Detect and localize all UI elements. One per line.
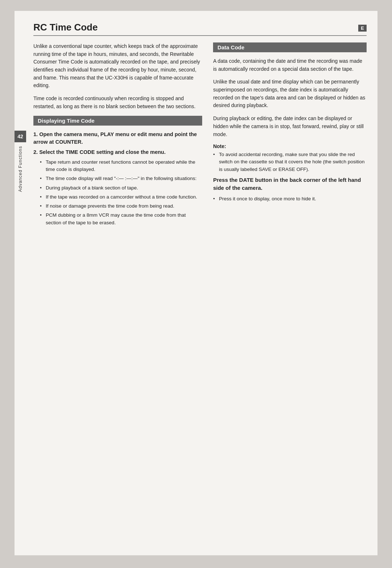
step-2-number: 2. (33, 149, 38, 155)
press-bullets: Press it once to display, once more to h… (213, 195, 367, 203)
bullet-item: PCM dubbing or a 8mm VCR may cause the t… (40, 212, 202, 226)
page-title: RC Time Code E (33, 22, 367, 36)
step-2-text: Select the TIME CODE setting and close t… (39, 149, 166, 155)
page: 42 Advanced Functions RC Time Code E Unl… (15, 11, 377, 555)
step-1-number: 1. (33, 131, 38, 137)
bullet-item: If the tape was recorded on a camcorder … (40, 193, 202, 201)
data-code-para-2: Unlike the usual date and time display w… (213, 78, 367, 110)
bullet-item: Tape return and counter reset functions … (40, 159, 202, 173)
step-1-text: Open the camera menu, PLAY menu or edit … (33, 131, 197, 145)
note-bullet-1: To avoid accidental recording, make sure… (213, 151, 367, 173)
press-bullet-1: Press it once to display, once more to h… (213, 195, 367, 203)
title-text: RC Time Code (33, 22, 98, 33)
note-heading: Note: (213, 143, 367, 149)
press-heading: Press the DATE button in the back corner… (213, 176, 367, 192)
step-indent: Tape return and counter reset functions … (40, 159, 202, 226)
right-column: Data Code A data code, containing the da… (213, 42, 367, 230)
time-code-bullets: Tape return and counter reset functions … (40, 159, 202, 226)
bullet-item: During playback of a blank section of ta… (40, 184, 202, 192)
bullet-item: If noise or damage prevents the time cod… (40, 203, 202, 210)
data-code-para-1: A data code, containing the date and tim… (213, 57, 367, 73)
e-badge: E (358, 25, 367, 32)
data-code-para-3: During playback or editing, the date ind… (213, 115, 367, 138)
intro-paragraph-1: Unlike a conventional tape counter, whic… (33, 42, 202, 90)
steps-list: 1. Open the camera menu, PLAY menu or ed… (33, 131, 202, 226)
data-code-header: Data Code (213, 42, 367, 52)
displaying-time-code-header: Displaying Time Code (33, 116, 202, 126)
page-number: 42 (15, 131, 26, 142)
intro-paragraph-2: Time code is recorded continuously when … (33, 95, 202, 110)
content-area: RC Time Code E Unlike a conventional tap… (26, 11, 377, 555)
left-column: Unlike a conventional tape counter, whic… (33, 42, 202, 230)
side-tab: 42 Advanced Functions (15, 11, 26, 555)
step-1: 1. Open the camera menu, PLAY menu or ed… (33, 131, 202, 147)
vertical-label: Advanced Functions (18, 146, 23, 192)
bullet-item: The time code display will read "-:— :—:… (40, 175, 202, 182)
two-column-layout: Unlike a conventional tape counter, whic… (33, 42, 367, 230)
note-bullets: To avoid accidental recording, make sure… (213, 151, 367, 173)
step-2: 2. Select the TIME CODE setting and clos… (33, 148, 202, 156)
